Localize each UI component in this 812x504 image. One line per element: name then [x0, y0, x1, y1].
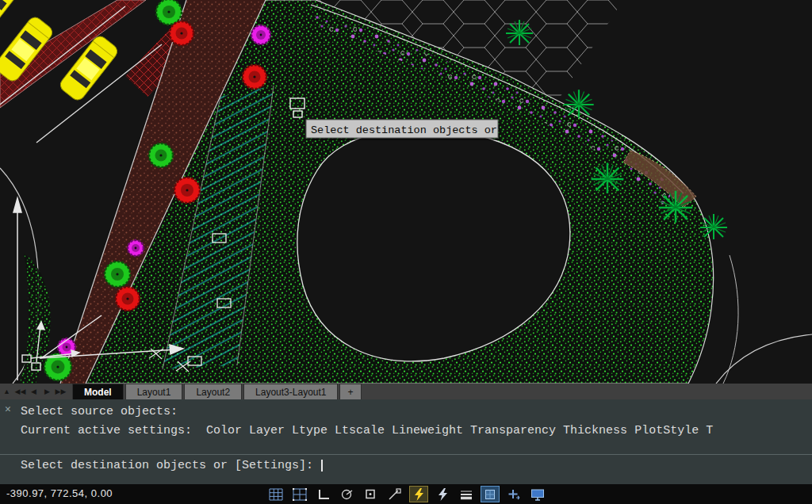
tree-red[interactable] [116, 287, 140, 311]
snap-icon[interactable] [290, 486, 309, 502]
polar-icon[interactable] [338, 486, 357, 502]
drawing-canvas[interactable]: Select destination objects or [0, 0, 812, 384]
tab-layout2[interactable]: Layout2 [184, 384, 242, 399]
cursor-tooltip: Select destination objects or [306, 120, 500, 140]
lineweight-icon[interactable] [457, 486, 476, 502]
tab-layout3[interactable]: Layout3-Layout1 [243, 384, 338, 399]
ortho-icon[interactable] [314, 486, 333, 502]
monitor-icon[interactable] [528, 486, 547, 502]
move-plus-icon[interactable] [504, 486, 523, 502]
command-history-line: Current active settings: Color Layer Lty… [21, 422, 809, 441]
scroll-last-icon[interactable]: ▶▶ [54, 384, 67, 399]
tab-layout1[interactable]: Layout1 [125, 384, 183, 399]
tooltip-text: Select destination objects or [311, 124, 497, 136]
cad-application-window: Select destination objects or ▲ ◀◀ ◀ ▶ ▶… [0, 0, 812, 504]
text-caret [321, 460, 323, 472]
tree-green[interactable] [156, 0, 182, 25]
command-history-line: Select source objects: [21, 403, 809, 422]
tree-green[interactable] [149, 143, 173, 167]
transparency-icon[interactable] [481, 486, 500, 502]
close-icon[interactable]: ✕ [5, 404, 11, 414]
status-bar: -390.97, 772.54, 0.00 [0, 484, 812, 504]
add-layout-button[interactable]: + [339, 384, 361, 399]
osnap-icon[interactable] [362, 486, 381, 502]
coordinate-readout[interactable]: -390.97, 772.54, 0.00 [6, 487, 113, 499]
model-space-viewport[interactable]: Select destination objects or [0, 0, 812, 384]
tree-red[interactable] [174, 178, 200, 203]
command-history: Select source objects: Current active se… [0, 399, 812, 441]
tree-red[interactable] [170, 21, 193, 45]
status-toggles [266, 485, 547, 503]
expand-history-icon[interactable]: ▲ [0, 384, 13, 399]
tree-green[interactable] [105, 262, 130, 287]
tab-model[interactable]: Model [72, 384, 124, 399]
dyn-input-icon[interactable] [409, 486, 428, 502]
tree-magenta[interactable] [251, 25, 270, 44]
tab-navigation: ▲ ◀◀ ◀ ▶ ▶▶ [0, 384, 67, 399]
scroll-first-icon[interactable]: ◀◀ [13, 384, 27, 399]
scroll-next-icon[interactable]: ▶ [40, 384, 54, 399]
command-prompt-text: Select destination objects or [Settings]… [21, 459, 320, 472]
command-window[interactable]: ✕ Select source objects: Current active … [0, 399, 812, 484]
grid-icon[interactable] [266, 486, 285, 502]
lightning-icon[interactable] [433, 486, 452, 502]
otrack-icon[interactable] [385, 486, 404, 502]
tree-magenta[interactable] [128, 240, 144, 256]
tree-red[interactable] [243, 65, 266, 89]
command-input-line[interactable]: Select destination objects or [Settings]… [0, 454, 812, 475]
layout-tabbar: ▲ ◀◀ ◀ ▶ ▶▶ Model Layout1 Layout2 Layout… [0, 384, 812, 399]
scroll-prev-icon[interactable]: ◀ [27, 384, 40, 399]
